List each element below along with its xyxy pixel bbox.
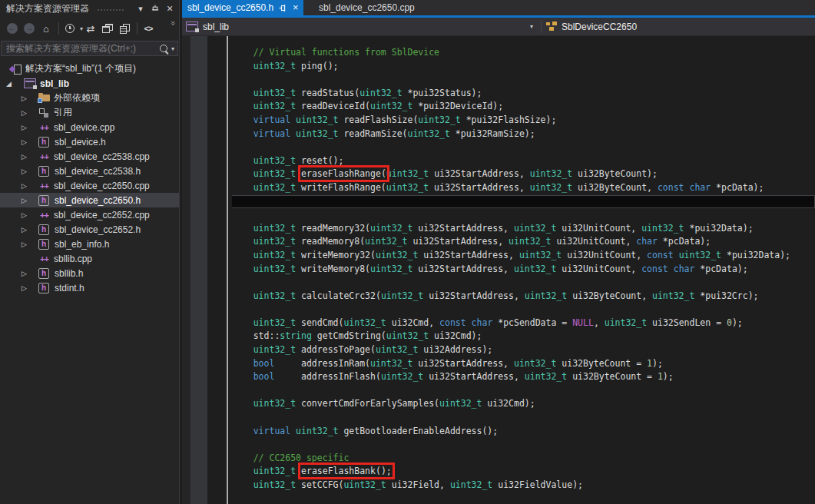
tree-collapsed-icon[interactable]: ▷ xyxy=(22,138,27,146)
code-line[interactable]: bool addressInRam(uint32_t ui32StartAddr… xyxy=(232,357,815,371)
code-token: 1 xyxy=(647,358,652,369)
code-line[interactable]: virtual uint32_t readFlashSize(uint32_t … xyxy=(232,114,815,128)
tab-pin-icon[interactable] xyxy=(278,3,288,13)
code-editor[interactable]: // Virtual functions from SblDevice uint… xyxy=(232,36,815,504)
code-line[interactable] xyxy=(232,384,815,398)
navigation-bar: sbl_lib ▾ SblDeviceCC2650 xyxy=(182,18,815,36)
project-scope-dropdown[interactable]: sbl_lib ▾ xyxy=(182,18,541,35)
code-line[interactable]: uint32_t writeMemory32(uint32_t ui32Star… xyxy=(232,249,815,263)
code-token: uint32_t xyxy=(296,128,338,139)
tree-item--[interactable]: ▷外部依赖项 xyxy=(0,91,179,105)
code-token: uint32_t xyxy=(232,168,296,179)
code-line[interactable] xyxy=(232,303,815,317)
tab-sbl-device-cc2650-cpp[interactable]: sbl_device_cc2650.cpp xyxy=(310,0,424,15)
tab-sbl-device-cc2650-h[interactable]: sbl_device_cc2650.h × xyxy=(182,0,303,15)
tree-item-sbl-device-cc2652-cpp[interactable]: ▷++sbl_device_cc2652.cpp xyxy=(0,207,179,222)
code-line[interactable]: virtual uint32_t getBootloaderEnableAddr… xyxy=(232,425,815,439)
tree-collapsed-icon[interactable]: ▷ xyxy=(22,182,27,190)
code-line[interactable]: uint32_t calculateCrc32(uint32_t ui32Sta… xyxy=(232,290,815,303)
type-dropdown[interactable]: SblDeviceCC2650 xyxy=(542,18,815,35)
tree-collapsed-icon[interactable]: ▷ xyxy=(22,167,27,175)
tree-item-label: sbl_device.h xyxy=(55,137,106,148)
code-line[interactable] xyxy=(232,208,815,222)
tree-item-solution[interactable]: 解决方案“sbl_lib”(1 个项目) xyxy=(0,61,179,76)
code-line[interactable]: uint32_t writeFlashRange(uint32_t ui32St… xyxy=(232,181,815,195)
sync-with-active-document-icon[interactable]: ⇄ xyxy=(83,21,98,36)
code-line[interactable]: // CC2650 specific xyxy=(232,452,815,466)
tree-collapsed-icon[interactable]: ▷ xyxy=(22,284,27,292)
code-line[interactable]: uint32_t readStatus(uint32_t *pui32Statu… xyxy=(232,87,815,101)
tree-item-sbl-device-cc2538-h[interactable]: ▷hsbl_device_cc2538.h xyxy=(0,164,179,178)
code-line[interactable]: uint32_t ping(); xyxy=(232,60,815,74)
breakpoint-margin[interactable] xyxy=(182,36,190,504)
tree-item-sbllib-cpp[interactable]: ++sbllib.cpp xyxy=(0,251,179,266)
tree-collapsed-icon[interactable]: ▷ xyxy=(22,211,27,219)
tree-item-sbl-device-h[interactable]: ▷hsbl_device.h xyxy=(0,134,179,149)
code-token: uint32_t xyxy=(679,250,721,260)
forward-icon[interactable]: → xyxy=(22,21,37,36)
search-icon[interactable] xyxy=(160,45,167,52)
tree-collapsed-icon[interactable]: ▷ xyxy=(22,124,27,131)
code-line[interactable]: bool addressInFlash(uint32_t ui32StartAd… xyxy=(232,370,815,384)
tree-item--[interactable]: ▷引用 xyxy=(0,105,179,120)
tree-item-sbl-device-cc2652-h[interactable]: ▷hsbl_device_cc2652.h xyxy=(0,222,179,237)
solution-label: 解决方案“sbl_lib”(1 个项目) xyxy=(25,62,136,75)
code-line[interactable]: std::string getCmdString(uint32_t ui32Cm… xyxy=(232,330,815,343)
tree-collapsed-icon[interactable]: ▷ xyxy=(22,226,27,234)
code-token: ui32ByteCount); xyxy=(572,168,658,179)
search-dropdown-icon[interactable]: ▾ xyxy=(171,45,174,52)
code-token: NULL xyxy=(572,317,594,328)
code-line[interactable] xyxy=(232,438,815,452)
view-code-icon[interactable]: <> xyxy=(141,21,156,36)
code-line[interactable]: uint32_t addressToPage(uint32_t ui32Addr… xyxy=(232,343,815,357)
folder-file-icon xyxy=(38,94,50,101)
tree-item-label: sbl_device_cc2652.h xyxy=(55,224,141,235)
code-line[interactable]: uint32_t sendCmd(uint32_t ui32Cmd, const… xyxy=(232,317,815,330)
code-line[interactable]: // Virtual functions from SblDevice xyxy=(232,46,815,60)
cpp-file-icon: ++ xyxy=(38,151,50,162)
pin-icon[interactable] xyxy=(149,2,161,15)
tree-collapsed-icon[interactable]: ▷ xyxy=(22,240,27,248)
tree-collapsed-icon[interactable]: ▷ xyxy=(22,109,27,117)
show-all-files-icon[interactable] xyxy=(117,21,132,36)
code-line[interactable]: uint32_t readMemory32(uint32_t ui32Start… xyxy=(232,222,815,236)
code-token: readMemory32( xyxy=(296,223,370,234)
toolbar-overflow-icon[interactable]: » xyxy=(169,21,178,25)
code-line[interactable] xyxy=(232,73,815,87)
tree-expanded-icon[interactable]: ◢ xyxy=(6,80,12,88)
tree-collapsed-icon[interactable]: ▷ xyxy=(22,94,27,102)
tree-item-sbl-device-cc2538-cpp[interactable]: ▷++sbl_device_cc2538.cpp xyxy=(0,149,179,164)
code-line[interactable]: uint32_t eraseFlashBank(); xyxy=(232,465,815,479)
back-icon[interactable]: ← xyxy=(5,21,20,36)
code-line[interactable]: uint32_t writeMemory8(uint32_t ui32Start… xyxy=(232,263,815,277)
code-line[interactable] xyxy=(232,141,815,154)
code-line[interactable]: virtual uint32_t readRamSize(uint32_t *p… xyxy=(232,128,815,141)
tree-item-stdint-h[interactable]: ▷hstdint.h xyxy=(0,280,179,295)
tree-item-sbl-device-cc2650-cpp[interactable]: ▷++sbl_device_cc2650.cpp xyxy=(0,178,179,193)
code-line[interactable] xyxy=(232,276,815,290)
search-input[interactable]: 搜索解决方案资源管理器(Ctrl+;) ▾ xyxy=(1,41,178,56)
tree-collapsed-icon[interactable]: ▷ xyxy=(22,153,27,161)
home-icon[interactable]: ⌂ xyxy=(38,21,54,36)
tree-collapsed-icon[interactable]: ▷ xyxy=(22,197,27,204)
code-line[interactable]: uint32_t eraseFlashRange(uint32_t ui32St… xyxy=(232,167,815,181)
close-icon[interactable]: × xyxy=(164,2,176,15)
tab-close-icon[interactable]: × xyxy=(293,3,299,12)
window-position-dropdown[interactable]: ▾ xyxy=(134,2,147,15)
code-line[interactable]: uint32_t reset(); xyxy=(232,154,815,168)
code-token: readStatus( xyxy=(296,88,359,98)
tree-collapsed-icon[interactable]: ▷ xyxy=(22,270,27,277)
code-line[interactable]: uint32_t convertCmdForEarlySamples(uint3… xyxy=(232,397,815,411)
tree-item-sbl-eb-info-h[interactable]: ▷hsbl_eb_info.h xyxy=(0,237,179,251)
code-line[interactable]: uint32_t readMemory8(uint32_t ui32StartA… xyxy=(232,235,815,249)
tree-item-project[interactable]: ◢ sbl_lib xyxy=(0,76,179,91)
tree-item-sbllib-h[interactable]: ▷hsbllib.h xyxy=(0,266,179,280)
preview-selected-items-icon[interactable] xyxy=(100,21,115,36)
pending-changes-filter-icon[interactable] xyxy=(62,21,78,36)
code-token: ui32StartAddress, xyxy=(408,236,509,247)
code-line[interactable]: uint32_t readDeviceId(uint32_t *pui32Dev… xyxy=(232,100,815,114)
code-line[interactable] xyxy=(232,411,815,425)
tree-item-sbl-device-cc2650-h[interactable]: ▷hsbl_device_cc2650.h xyxy=(0,193,179,207)
tree-item-sbl-device-cpp[interactable]: ▷++sbl_device.cpp xyxy=(0,120,179,134)
code-line[interactable]: uint32_t setCCFG(uint32_t ui32Field, uin… xyxy=(232,479,815,492)
